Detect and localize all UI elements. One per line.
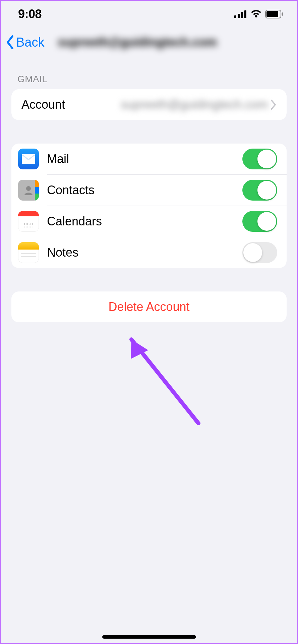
- notes-label: Notes: [47, 246, 242, 260]
- svg-rect-0: [234, 15, 236, 18]
- svg-line-9: [131, 339, 198, 423]
- mail-row[interactable]: Mail: [11, 144, 287, 174]
- back-button[interactable]: Back: [5, 35, 44, 50]
- chevron-right-icon: [271, 99, 277, 110]
- nav-title: supreeth@guidingtech.com: [58, 35, 217, 49]
- contacts-label: Contacts: [47, 183, 242, 197]
- nav-bar: Back supreeth@guidingtech.com: [1, 28, 297, 57]
- calendars-row[interactable]: : : : : : :: : : • : :: : : : : : Calend…: [11, 206, 287, 237]
- account-group: Account supreeth@guidingtech.com: [11, 89, 287, 120]
- section-header-gmail: GMAIL: [1, 57, 297, 89]
- notes-toggle[interactable]: [242, 242, 277, 263]
- chevron-left-icon: [5, 35, 15, 50]
- notes-row[interactable]: Notes: [11, 237, 287, 268]
- services-group: Mail Contacts : : : : : :: : : • : :: : …: [11, 144, 287, 268]
- calendars-label: Calendars: [47, 214, 242, 228]
- account-row[interactable]: Account supreeth@guidingtech.com: [11, 89, 287, 120]
- svg-marker-10: [131, 339, 148, 359]
- status-bar: 9:08: [1, 1, 297, 28]
- status-time: 9:08: [18, 7, 42, 21]
- calendars-toggle[interactable]: [242, 211, 277, 232]
- delete-account-button[interactable]: Delete Account: [11, 291, 287, 322]
- mail-toggle[interactable]: [242, 149, 277, 169]
- mail-icon: [18, 149, 39, 169]
- svg-rect-3: [244, 10, 246, 18]
- svg-rect-6: [282, 12, 283, 16]
- svg-rect-1: [238, 14, 240, 18]
- arrow-annotation: [115, 323, 208, 430]
- svg-rect-5: [266, 11, 278, 17]
- mail-label: Mail: [47, 152, 242, 166]
- contacts-icon: [18, 180, 39, 201]
- contacts-row[interactable]: Contacts: [11, 175, 287, 206]
- calendar-icon: : : : : : :: : : • : :: : : : : :: [18, 211, 39, 232]
- notes-icon: [18, 242, 39, 263]
- account-value: supreeth@guidingtech.com: [65, 98, 271, 112]
- account-label: Account: [21, 98, 65, 112]
- delete-account-group: Delete Account: [11, 291, 287, 322]
- status-icons: [234, 10, 284, 18]
- signal-icon: [234, 10, 247, 18]
- wifi-icon: [250, 10, 262, 18]
- home-indicator[interactable]: [102, 635, 196, 639]
- svg-point-8: [26, 186, 31, 191]
- svg-rect-2: [241, 12, 243, 18]
- contacts-toggle[interactable]: [242, 180, 277, 201]
- battery-icon: [265, 10, 284, 18]
